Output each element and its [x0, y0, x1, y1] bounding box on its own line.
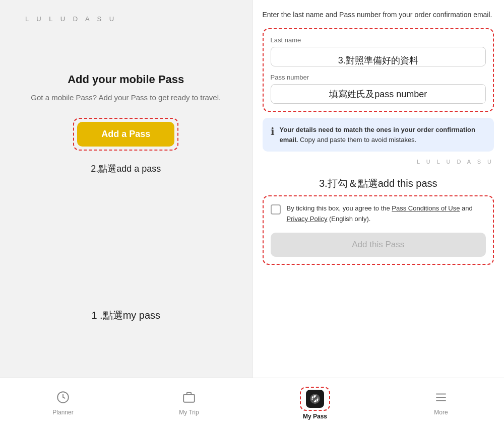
my-trip-label: My Trip: [179, 409, 199, 416]
info-rest-text: Copy and paste them to avoid mistakes.: [300, 136, 416, 144]
info-box: ℹ Your details need to match the ones in…: [263, 118, 494, 152]
last-name-input[interactable]: [271, 47, 486, 66]
planner-label: Planner: [52, 409, 73, 416]
info-icon: ℹ: [271, 125, 275, 145]
add-this-pass-button[interactable]: Add this Pass: [271, 233, 486, 257]
step1-label: 1 .點選my pass: [91, 309, 160, 322]
instruction-text: Enter the last name and Pass number from…: [263, 9, 494, 20]
nav-item-planner[interactable]: Planner: [0, 386, 126, 421]
my-pass-label: My Pass: [303, 413, 327, 420]
agree-checkbox[interactable]: [271, 204, 281, 215]
my-pass-icon-bg: [306, 390, 324, 408]
add-pass-section: Add your mobile Pass Got a mobile Pass? …: [31, 73, 221, 175]
logo-right: L U L U D A S U: [263, 159, 494, 165]
clock-icon: [56, 391, 70, 407]
checkbox-row: By ticking this box, you agree to the Pa…: [271, 203, 486, 225]
menu-icon: [434, 391, 448, 407]
info-text: Your details need to match the ones in y…: [280, 125, 486, 145]
form-dashed-section: Last name 3.對照準備好的資料 Pass number 填寫姓氏及pa…: [263, 28, 494, 112]
step2-label: 2.點選add a pass: [91, 163, 161, 175]
pass-number-label: Pass number: [271, 74, 486, 81]
pass-conditions-link[interactable]: Pass Conditions of Use: [392, 204, 460, 212]
checkbox-text-2: and: [460, 204, 472, 212]
add-pass-title: Add your mobile Pass: [68, 73, 184, 86]
nav-item-more[interactable]: More: [378, 386, 504, 421]
step3-label: 3.打勾＆點選add this pass: [263, 177, 494, 190]
checkbox-text-1: By ticking this box, you agree to the: [287, 204, 392, 212]
add-pass-button[interactable]: Add a Pass: [77, 122, 174, 147]
agreement-section: By ticking this box, you agree to the Pa…: [263, 195, 494, 265]
nav-item-my-trip[interactable]: My Trip: [126, 386, 252, 421]
privacy-policy-link[interactable]: Privacy Policy: [287, 215, 328, 223]
bottom-nav: Planner My Trip My Pass: [0, 378, 504, 428]
add-pass-subtitle: Got a mobile Pass? Add your Pass to get …: [31, 92, 221, 104]
checkbox-label: By ticking this box, you agree to the Pa…: [287, 203, 486, 225]
briefcase-icon: [182, 391, 196, 407]
svg-rect-1: [183, 394, 195, 402]
nav-item-my-pass[interactable]: My Pass: [252, 382, 378, 425]
add-pass-button-wrapper: Add a Pass: [73, 118, 178, 151]
more-label: More: [434, 409, 448, 416]
left-panel: L U L U D A S U Add your mobile Pass Got…: [0, 0, 252, 378]
logo-left: L U L U D A S U: [25, 15, 117, 23]
checkbox-text-3: (English only).: [327, 215, 370, 223]
my-pass-wrapper: [300, 387, 330, 411]
pass-number-input[interactable]: [271, 84, 486, 104]
last-name-label: Last name: [271, 36, 486, 44]
right-panel: Enter the last name and Pass number from…: [253, 0, 505, 378]
